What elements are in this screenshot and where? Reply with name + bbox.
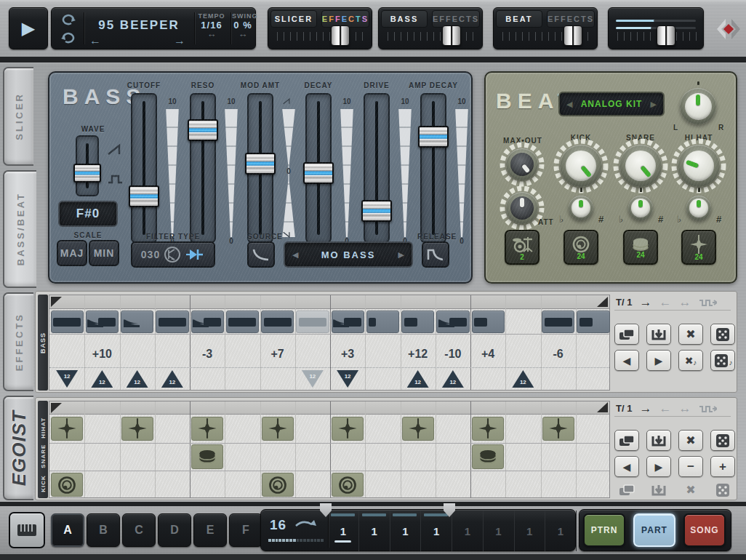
- drum-step-kick-11[interactable]: [402, 473, 434, 497]
- keyboard-mode-button[interactable]: [9, 512, 45, 548]
- play-direction-pingpong[interactable]: ↔: [678, 402, 691, 415]
- seq-tool-dice-note-button[interactable]: ♪: [710, 350, 735, 371]
- slider-amp-decay[interactable]: [420, 93, 446, 243]
- slider-fader[interactable]: [418, 126, 449, 148]
- seq-tool-paste-button[interactable]: [646, 324, 671, 345]
- bass-step-13[interactable]: [472, 311, 505, 333]
- diode-filter-icon[interactable]: [185, 247, 205, 262]
- drum-step-hihat-15[interactable]: [542, 417, 574, 441]
- slider-fader[interactable]: [245, 153, 276, 175]
- drum-step-kick-3[interactable]: [121, 473, 153, 497]
- drum-step-hihat-16[interactable]: [577, 417, 609, 441]
- slider-mod-amt[interactable]: [247, 93, 273, 243]
- att-knob[interactable]: [506, 192, 538, 224]
- pattern-length-dots[interactable]: [268, 539, 324, 543]
- drum-step-hihat-11[interactable]: [402, 417, 434, 441]
- loop-end-marker[interactable]: [597, 297, 608, 307]
- drum-step-kick-14[interactable]: [507, 473, 539, 497]
- seq-tool-minus-button[interactable]: −: [678, 456, 703, 477]
- bass-step-14[interactable]: [507, 311, 540, 333]
- mode-button-ptrn[interactable]: PTRN: [583, 513, 625, 547]
- mix-slider-track[interactable]: [500, 28, 591, 44]
- drum-step-snare-13[interactable]: [472, 444, 504, 469]
- slider-fader[interactable]: [188, 119, 218, 141]
- drum-tune-knob-snare[interactable]: [628, 196, 653, 220]
- preset-next-icon[interactable]: ▶: [398, 250, 404, 260]
- sidebar-tab-slicer[interactable]: SLICER: [3, 67, 33, 166]
- loop-start-marker[interactable]: [51, 297, 62, 307]
- part-slot-7[interactable]: 1: [514, 511, 545, 551]
- bass-step-10[interactable]: [366, 311, 399, 333]
- source-button[interactable]: [247, 241, 275, 268]
- scale-maj-button[interactable]: MAJ: [57, 240, 87, 266]
- preset-prev-arrow[interactable]: ←: [89, 34, 101, 47]
- seq-tool-plus-button[interactable]: +: [710, 456, 735, 477]
- drum-step-snare-1[interactable]: [51, 444, 83, 469]
- seq-tool-dice-button[interactable]: [710, 324, 735, 345]
- drum-pad-drumkit[interactable]: 2: [505, 230, 540, 265]
- drum-tune-knob-hihat[interactable]: [686, 196, 711, 220]
- octave-marker[interactable]: 12: [407, 370, 429, 388]
- drum-step-kick-15[interactable]: [542, 473, 574, 497]
- bass-step-12[interactable]: [436, 311, 469, 333]
- drum-step-snare-16[interactable]: [577, 444, 609, 469]
- mix-slider-track[interactable]: [385, 28, 476, 44]
- drum-step-hihat-7[interactable]: [262, 417, 294, 441]
- mode-button-song[interactable]: SONG: [683, 513, 726, 547]
- drum-step-snare-3[interactable]: [121, 444, 153, 469]
- part-slot-5[interactable]: 1: [452, 511, 484, 551]
- redo-button[interactable]: [56, 11, 81, 28]
- loop-end-marker[interactable]: [597, 402, 608, 412]
- drum-step-hihat-9[interactable]: [332, 417, 364, 441]
- drum-step-hihat-3[interactable]: [121, 417, 153, 441]
- part-slot-3[interactable]: 1: [390, 511, 421, 551]
- tempo-control[interactable]: TEMPO 1/16 ↔: [196, 12, 228, 38]
- tab-beat[interactable]: BEAT: [496, 10, 542, 28]
- bass-step-1[interactable]: [51, 311, 84, 333]
- seq-tool-prev-button[interactable]: ◀: [614, 456, 639, 477]
- drum-step-kick-1[interactable]: [51, 473, 83, 497]
- part-slot-1[interactable]: 1: [328, 511, 359, 551]
- bass-step-6[interactable]: [226, 311, 259, 333]
- pattern-length-control[interactable]: 16: [261, 510, 328, 552]
- seq-tool-copy-button[interactable]: [614, 324, 639, 345]
- bass-step-4[interactable]: [156, 311, 188, 333]
- mix-slider-handle[interactable]: [442, 25, 461, 46]
- slider-fader[interactable]: [129, 185, 159, 207]
- drum-step-hihat-4[interactable]: [156, 417, 188, 441]
- drum-step-kick-13[interactable]: [472, 473, 504, 497]
- drum-step-hihat-5[interactable]: [191, 417, 223, 441]
- seq-tool-next-button[interactable]: ▶: [646, 456, 671, 477]
- play-direction-random[interactable]: [698, 404, 717, 414]
- kit-next-icon[interactable]: ▶: [651, 100, 657, 109]
- drum-pad-hihat[interactable]: 24: [681, 230, 716, 265]
- drum-volume-knob-kick[interactable]: [560, 145, 602, 187]
- drum-step-kick-10[interactable]: [366, 473, 398, 497]
- drum-step-kick-8[interactable]: [297, 473, 329, 497]
- mix-slider-handle[interactable]: [331, 25, 350, 46]
- bass-step-7[interactable]: [261, 311, 294, 333]
- bass-preset-selector[interactable]: ◀ MO BASS ▶: [284, 241, 413, 268]
- drum-step-snare-14[interactable]: [507, 444, 539, 469]
- swing-control[interactable]: SWING 0 % ↔: [232, 12, 254, 38]
- tempo-adjust-arrows[interactable]: ↔: [196, 31, 228, 38]
- maxout-knob[interactable]: [506, 148, 538, 180]
- drum-step-snare-11[interactable]: [402, 444, 434, 469]
- drum-tune-knob-kick[interactable]: [569, 196, 593, 220]
- seq-tool-copy-button[interactable]: [614, 430, 639, 451]
- play-button[interactable]: ▶: [9, 7, 48, 49]
- drum-step-kick-6[interactable]: [226, 473, 258, 497]
- master-slider-handle[interactable]: [657, 25, 675, 46]
- octave-marker[interactable]: 12: [161, 370, 183, 388]
- slider-fader[interactable]: [303, 162, 334, 184]
- bass-step-15[interactable]: [542, 311, 574, 333]
- preset-name-display[interactable]: 95 BEEPER: [88, 18, 190, 33]
- drum-step-hihat-1[interactable]: [51, 417, 83, 441]
- part-slot-4[interactable]: 1: [421, 511, 452, 551]
- octave-marker[interactable]: 12: [302, 370, 324, 388]
- drum-step-snare-6[interactable]: [226, 444, 258, 469]
- drum-step-snare-10[interactable]: [366, 444, 398, 469]
- drum-step-snare-4[interactable]: [156, 444, 188, 469]
- drum-step-kick-2[interactable]: [86, 473, 118, 497]
- tab-slicer[interactable]: SLICER: [270, 10, 317, 28]
